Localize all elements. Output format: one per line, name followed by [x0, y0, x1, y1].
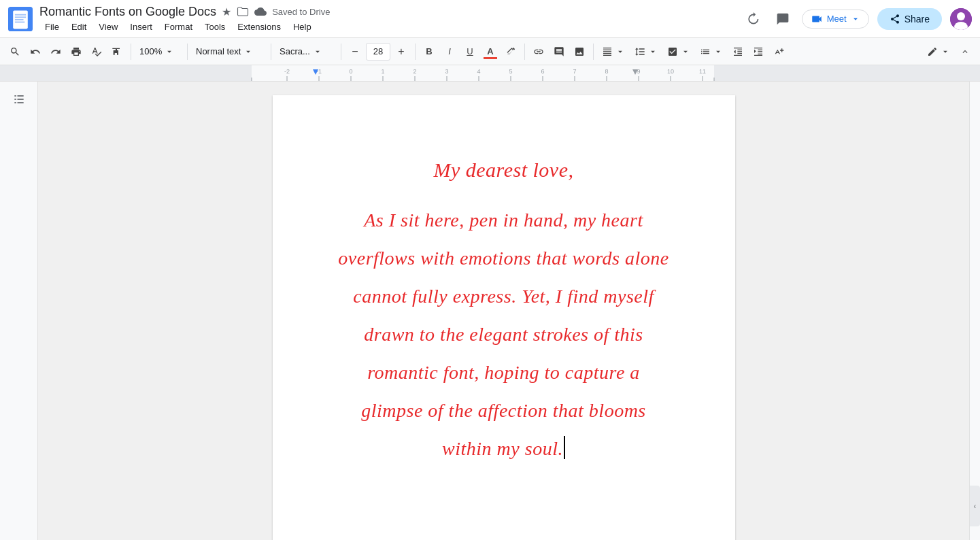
paint-format-button[interactable] — [107, 42, 126, 61]
outline-button[interactable] — [8, 88, 30, 110]
collapse-toolbar-button[interactable] — [956, 42, 975, 61]
title-row: Romantic Fonts on Google Docs ★ Saved to… — [39, 5, 742, 19]
font-size-input[interactable] — [366, 43, 390, 61]
history-button[interactable] — [742, 8, 764, 30]
svg-text:3: 3 — [445, 68, 448, 75]
star-icon[interactable]: ★ — [222, 5, 231, 18]
user-avatar[interactable] — [950, 8, 972, 30]
search-button[interactable] — [5, 42, 24, 61]
clear-formatting-button[interactable] — [769, 42, 788, 61]
menu-help[interactable]: Help — [288, 20, 317, 33]
undo-button[interactable] — [26, 42, 45, 61]
image-button[interactable] — [570, 42, 589, 61]
svg-rect-11 — [714, 65, 980, 82]
meet-label: Meet — [827, 14, 847, 24]
print-button[interactable] — [67, 42, 86, 61]
svg-rect-44 — [14, 95, 16, 97]
svg-text:0: 0 — [349, 68, 352, 75]
text-color-button[interactable]: A — [481, 42, 500, 61]
toolbar: 100% Normal text Sacra... − + B I U A — [0, 38, 980, 65]
zoom-level: 100% — [139, 46, 162, 56]
title-bar: Romantic Fonts on Google Docs ★ Saved to… — [0, 0, 980, 38]
separator-1 — [131, 44, 131, 60]
increase-font-size-button[interactable]: + — [392, 42, 411, 61]
svg-text:8: 8 — [605, 68, 608, 75]
svg-rect-46 — [14, 99, 16, 100]
separator-2 — [187, 44, 188, 60]
menu-extensions[interactable]: Extensions — [232, 20, 286, 33]
menu-edit[interactable]: Edit — [66, 20, 92, 33]
highlight-color-button[interactable] — [501, 42, 520, 61]
doc-line-4: cannot fully express. Yet, I find myself — [327, 277, 681, 316]
redo-button[interactable] — [46, 42, 65, 61]
bold-button[interactable]: B — [420, 42, 439, 61]
doc-line-8: within my soul. — [327, 430, 681, 468]
text-color-label: A — [487, 46, 493, 56]
style-dropdown[interactable]: Normal text — [192, 42, 267, 61]
menu-insert[interactable]: Insert — [124, 20, 158, 33]
doc-line-7: glimpse of the affection that blooms — [327, 392, 681, 430]
svg-text:9: 9 — [637, 68, 640, 75]
pencil-mode-dropdown[interactable] — [923, 42, 954, 61]
title-section: Romantic Fonts on Google Docs ★ Saved to… — [39, 5, 742, 33]
line-spacing-dropdown[interactable] — [630, 42, 662, 61]
underline-button[interactable]: U — [460, 42, 479, 61]
comment-button[interactable] — [550, 42, 569, 61]
svg-text:6: 6 — [541, 68, 544, 75]
ruler: -2 -1 0 1 2 3 4 5 6 7 8 9 10 11 — [0, 65, 980, 82]
doc-line-3: overflows with emotions that words alone — [327, 239, 681, 277]
svg-text:2: 2 — [413, 68, 416, 75]
svg-text:11: 11 — [699, 68, 706, 75]
docs-icon — [8, 7, 33, 31]
saved-to-drive-label: Saved to Drive — [272, 7, 330, 17]
collapse-sidebar-button[interactable]: ‹ — [970, 486, 980, 526]
doc-title[interactable]: Romantic Fonts on Google Docs — [39, 5, 216, 19]
svg-rect-49 — [17, 102, 23, 103]
spellcheck-button[interactable] — [87, 42, 106, 61]
document-content[interactable]: My dearest love, As I sit here, pen in h… — [327, 150, 681, 468]
document-area[interactable]: My dearest love, As I sit here, pen in h… — [38, 82, 969, 540]
svg-text:4: 4 — [477, 68, 480, 75]
menu-view[interactable]: View — [93, 20, 123, 33]
svg-rect-47 — [17, 99, 23, 100]
ruler-svg: -2 -1 0 1 2 3 4 5 6 7 8 9 10 11 — [0, 65, 980, 82]
decrease-font-size-button[interactable]: − — [345, 42, 365, 61]
svg-text:7: 7 — [573, 68, 576, 75]
alignment-dropdown[interactable] — [598, 42, 629, 61]
svg-text:-2: -2 — [284, 68, 290, 75]
indent-increase-button[interactable] — [749, 42, 768, 61]
svg-point-7 — [957, 12, 965, 20]
style-label: Normal text — [196, 46, 241, 56]
menu-file[interactable]: File — [39, 20, 65, 33]
folder-icon[interactable] — [237, 5, 249, 18]
link-button[interactable] — [529, 42, 548, 61]
svg-rect-3 — [15, 16, 26, 18]
svg-rect-48 — [14, 102, 16, 103]
text-cursor — [564, 436, 565, 459]
zoom-dropdown[interactable]: 100% — [135, 42, 183, 61]
separator-6 — [524, 44, 525, 60]
svg-rect-9 — [0, 65, 252, 82]
chat-button[interactable] — [772, 8, 794, 30]
doc-line-6: romantic font, hoping to capture a — [327, 354, 681, 392]
svg-rect-5 — [15, 21, 24, 22]
share-button[interactable]: Share — [877, 8, 942, 30]
indent-decrease-button[interactable] — [728, 42, 747, 61]
menu-tools[interactable]: Tools — [199, 20, 231, 33]
svg-rect-45 — [17, 95, 23, 97]
separator-7 — [593, 44, 594, 60]
meet-button[interactable]: Meet — [802, 10, 869, 29]
svg-text:10: 10 — [667, 68, 674, 75]
cloud-saved-icon — [254, 5, 267, 18]
italic-button[interactable]: I — [440, 42, 459, 61]
checklist-dropdown[interactable] — [663, 42, 694, 61]
svg-text:1: 1 — [381, 68, 384, 75]
list-dropdown[interactable] — [696, 42, 727, 61]
svg-text:5: 5 — [509, 68, 512, 75]
font-label: Sacra... — [280, 46, 310, 56]
separator-5 — [415, 44, 416, 60]
svg-rect-2 — [15, 14, 26, 15]
font-dropdown[interactable]: Sacra... — [275, 42, 337, 61]
menu-format[interactable]: Format — [159, 20, 198, 33]
toolbar-right-section — [923, 42, 975, 61]
